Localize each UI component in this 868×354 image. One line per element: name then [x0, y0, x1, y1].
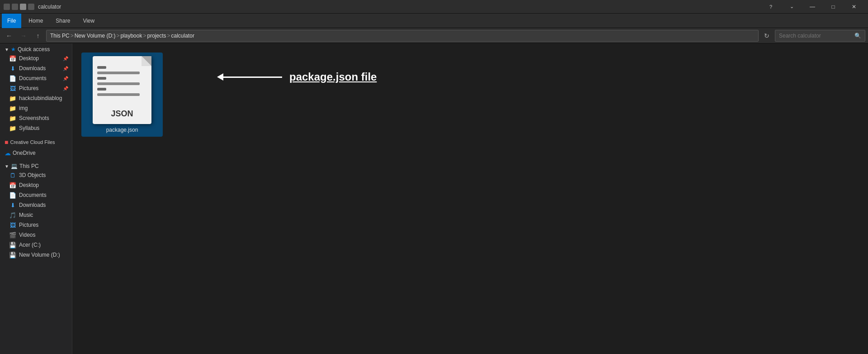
pictures-pc-icon: 🖼 — [9, 221, 16, 229]
desktop-pc-icon: 📅 — [9, 182, 16, 189]
sidebar-item-hackclub-qa[interactable]: 📁 hackclubindiablog — [0, 93, 72, 103]
path-calculator[interactable]: calculator — [171, 33, 194, 39]
title-bar: calculator ? ⌄ — □ ✕ — [0, 0, 868, 14]
drive-c-icon: 💾 — [9, 241, 16, 249]
annotation: package.json file — [217, 71, 377, 83]
content-area: JSON package.json package.json file — [72, 43, 868, 354]
main-layout: ▼ ★ Quick access 📅 Desktop 📌 ⬇ Downloads… — [0, 43, 868, 354]
folder-icon: 📁 — [9, 95, 16, 102]
file-item-packagejson[interactable]: JSON package.json — [81, 53, 163, 137]
ribbon-tab-share[interactable]: Share — [50, 14, 75, 28]
file-name-label: package.json — [106, 127, 138, 133]
title-icon-4 — [28, 4, 34, 10]
path-projects[interactable]: projects — [147, 33, 166, 39]
sidebar-thispc-header[interactable]: ▼ 💻 This PC — [0, 160, 72, 170]
ribbon-tab-file[interactable]: File — [2, 14, 21, 28]
creativecloud-icon: ■ — [5, 139, 8, 146]
search-icon: 🔍 — [854, 33, 861, 39]
sidebar-item-label: Desktop — [19, 182, 39, 188]
search-box[interactable]: 🔍 — [775, 30, 865, 42]
sidebar-item-documents-qa[interactable]: 📄 Documents 📌 — [0, 73, 72, 83]
sidebar-onedrive-header[interactable]: ☁ OneDrive — [0, 147, 72, 158]
sidebar-item-videos-pc[interactable]: 🎬 Videos — [0, 230, 72, 240]
json-file-icon: JSON — [93, 56, 151, 124]
up-button[interactable]: ↑ — [32, 30, 44, 42]
sidebar-item-img-qa[interactable]: 📁 img — [0, 103, 72, 113]
expand-button[interactable]: ⌄ — [781, 0, 802, 14]
minimize-button[interactable]: — — [802, 0, 823, 14]
sidebar-item-label: Syllabus — [19, 125, 39, 131]
sidebar-item-label: Videos — [19, 232, 35, 238]
sidebar-item-label: hackclubindiablog — [19, 95, 62, 101]
sidebar-item-acer-c[interactable]: 💾 Acer (C:) — [0, 240, 72, 250]
sidebar-item-label: 3D Objects — [19, 172, 46, 178]
sidebar-item-downloads-qa[interactable]: ⬇ Downloads 📌 — [0, 63, 72, 73]
ribbon-tab-home[interactable]: Home — [23, 14, 48, 28]
sidebar-item-label: Desktop — [19, 55, 39, 62]
sidebar-item-pictures-pc[interactable]: 🖼 Pictures — [0, 220, 72, 230]
pin-icon: 📌 — [63, 76, 68, 81]
sidebar-item-documents-pc[interactable]: 📄 Documents — [0, 190, 72, 200]
json-line-1 — [97, 66, 106, 69]
pin-icon: 📌 — [63, 66, 68, 71]
sidebar-item-desktop-qa[interactable]: 📅 Desktop 📌 — [0, 53, 72, 63]
sidebar-item-syllabus-qa[interactable]: 📁 Syllabus — [0, 123, 72, 133]
back-button[interactable]: ← — [3, 30, 15, 42]
sidebar-item-pictures-qa[interactable]: 🖼 Pictures 📌 — [0, 83, 72, 93]
sidebar: ▼ ★ Quick access 📅 Desktop 📌 ⬇ Downloads… — [0, 43, 72, 354]
sidebar-item-label: Documents — [19, 75, 47, 81]
sidebar-item-label: Music — [19, 212, 33, 218]
title-bar-controls: ? ⌄ — □ ✕ — [760, 0, 864, 14]
chevron-down-icon: ▼ — [5, 164, 9, 169]
folder-icon: 📁 — [9, 115, 16, 122]
help-button[interactable]: ? — [760, 0, 781, 14]
sidebar-item-label: New Volume (D:) — [19, 252, 60, 258]
annotation-arrow — [217, 73, 282, 81]
path-sep-3: > — [143, 33, 146, 39]
path-sep-1: > — [71, 33, 74, 39]
sidebar-item-label: Downloads — [19, 202, 46, 208]
close-button[interactable]: ✕ — [844, 0, 864, 14]
documents-icon: 📄 — [9, 75, 16, 82]
forward-button[interactable]: → — [17, 30, 30, 42]
sidebar-item-screenshots-qa[interactable]: 📁 Screenshots — [0, 113, 72, 123]
sidebar-quickaccess-header[interactable]: ▼ ★ Quick access — [0, 43, 72, 53]
json-icon-lines — [97, 66, 147, 99]
sidebar-item-label: Downloads — [19, 65, 46, 72]
sidebar-item-label: Screenshots — [19, 115, 49, 121]
address-path[interactable]: This PC > New Volume (D:) > playbook > p… — [46, 30, 759, 42]
sidebar-item-label: Pictures — [19, 85, 38, 91]
path-playbook[interactable]: playbook — [120, 33, 142, 39]
sidebar-item-label: Acer (C:) — [19, 242, 41, 248]
path-thispc[interactable]: This PC — [50, 33, 70, 39]
arrow-line — [223, 77, 282, 78]
sidebar-item-music-pc[interactable]: 🎵 Music — [0, 210, 72, 220]
path-sep-2: > — [116, 33, 119, 39]
drive-d-icon: 💾 — [9, 251, 16, 258]
folder-icon: 📁 — [9, 124, 16, 132]
title-icon-2 — [12, 4, 18, 10]
sidebar-item-newvol-d[interactable]: 💾 New Volume (D:) — [0, 250, 72, 260]
sidebar-item-label: img — [19, 105, 28, 111]
downloads-pc-icon: ⬇ — [9, 201, 16, 209]
downloads-icon: ⬇ — [9, 65, 16, 72]
sidebar-creativecloud-header[interactable]: ■ Creative Cloud Files — [0, 136, 72, 147]
search-input[interactable] — [779, 33, 853, 39]
ribbon-tab-view[interactable]: View — [77, 14, 100, 28]
annotation-text: package.json file — [289, 71, 377, 83]
json-line-6 — [97, 93, 140, 96]
maximize-button[interactable]: □ — [823, 0, 844, 14]
json-line-3 — [97, 77, 106, 80]
onedrive-label: OneDrive — [13, 150, 36, 156]
refresh-button[interactable]: ↻ — [760, 30, 773, 42]
sidebar-item-label: Documents — [19, 192, 47, 198]
star-icon: ★ — [11, 46, 16, 53]
sidebar-item-3dobjects[interactable]: 🗒 3D Objects — [0, 170, 72, 180]
path-newvol[interactable]: New Volume (D:) — [75, 33, 116, 39]
ribbon: File Home Share View — [0, 14, 868, 28]
title-icon-1 — [4, 4, 10, 10]
arrow-head-icon — [217, 73, 223, 81]
path-sep-4: > — [167, 33, 170, 39]
sidebar-item-desktop-pc[interactable]: 📅 Desktop — [0, 180, 72, 190]
sidebar-item-downloads-pc[interactable]: ⬇ Downloads — [0, 200, 72, 210]
